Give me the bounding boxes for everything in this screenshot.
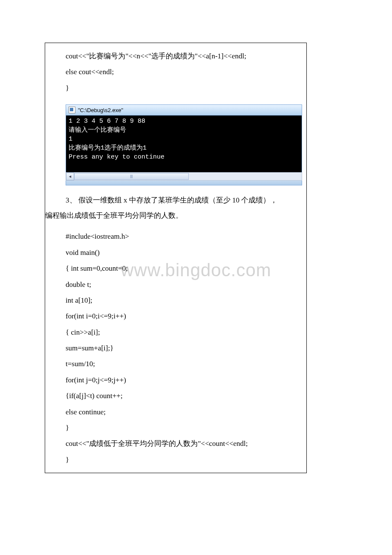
code-line: double t;: [66, 277, 298, 292]
scrollbar-thumb[interactable]: [74, 173, 189, 180]
console-window: "C:\Debug\s2.exe" 1 2 3 4 5 6 7 8 9 88 请…: [66, 104, 302, 185]
code-line: }: [66, 452, 298, 468]
window-icon: [69, 107, 75, 113]
code-block-top: cout<<"比赛编号为"<<n<<"选手的成绩为"<<a[n-1]<<endl…: [45, 43, 306, 100]
console-title: "C:\Debug\s2.exe": [78, 107, 123, 113]
console-titlebar[interactable]: "C:\Debug\s2.exe": [66, 104, 302, 116]
code-line: else cout<<endl;: [66, 64, 298, 80]
code-line: cout<<"比赛编号为"<<n<<"选手的成绩为"<<a[n-1]<<endl…: [66, 48, 298, 64]
scrollbar-grip-icon: [130, 175, 133, 178]
code-line: }: [66, 420, 298, 436]
question-number: 3、: [66, 196, 77, 204]
code-line: { int sum=0,count=0;: [66, 260, 298, 276]
code-line: for(int i=0;i<=9;i++): [66, 308, 298, 324]
code-line: #include<iostream.h>: [66, 228, 298, 244]
code-line: void main(): [66, 245, 298, 260]
question-text: 3、 假设一维数组 x 中存放了某班学生的成绩（至少 10 个成绩），: [45, 190, 306, 209]
console-output: 1 2 3 4 5 6 7 8 9 88 请输入一个比赛编号 1 比赛编号为1选…: [66, 116, 302, 172]
code-block-bottom: #include<iostream.h> void main() { int s…: [45, 224, 306, 473]
code-line: for(int j=0;j<=9;j++): [66, 372, 298, 388]
code-line: cout<<"成绩低于全班平均分同学的人数为"<<count<<endl;: [66, 436, 298, 451]
code-line: else continue;: [66, 404, 298, 420]
code-line: int a[10];: [66, 292, 298, 308]
code-line: { cin>>a[i];: [66, 324, 298, 340]
scrollbar-track[interactable]: [74, 173, 302, 180]
question-text-cont: 编程输出成绩低于全班平均分同学的人数。: [45, 209, 306, 225]
scroll-left-button[interactable]: ◄: [66, 173, 74, 180]
question-line1: 假设一维数组 x 中存放了某班学生的成绩（至少 10 个成绩），: [78, 196, 278, 204]
document-page: cout<<"比赛编号为"<<n<<"选手的成绩为"<<a[n-1]<<endl…: [0, 0, 392, 555]
code-line: t=sum/10;: [66, 356, 298, 372]
code-line: sum=sum+a[i];}: [66, 340, 298, 356]
code-line: {if(a[j]<t) count++;: [66, 388, 298, 404]
content-box: cout<<"比赛编号为"<<n<<"选手的成绩为"<<a[n-1]<<endl…: [45, 43, 307, 473]
code-line: }: [66, 80, 298, 96]
window-border-bottom: [66, 181, 302, 185]
horizontal-scrollbar[interactable]: ◄: [66, 172, 302, 181]
